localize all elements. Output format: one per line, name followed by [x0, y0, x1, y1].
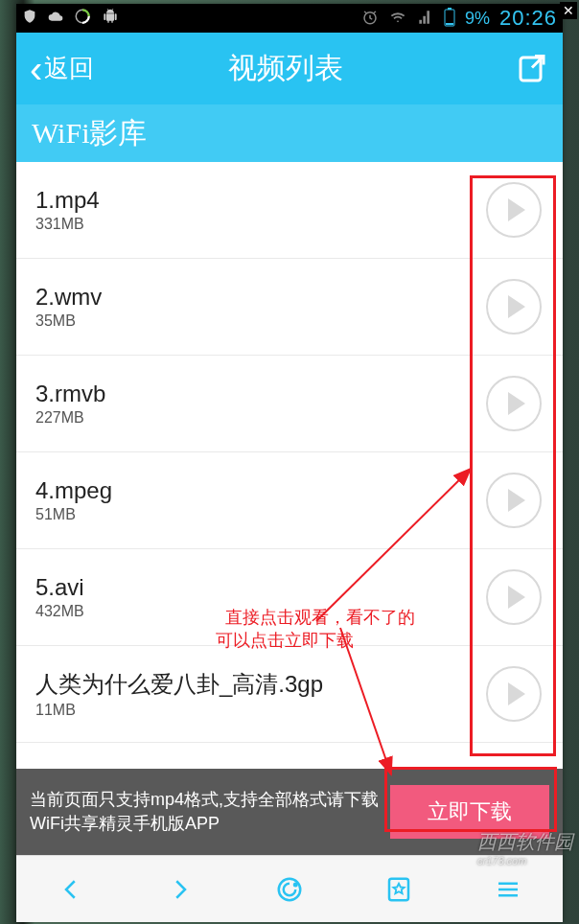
- download-message: 当前页面只支持mp4格式,支持全部格式请下载WiFi共享精灵手机版APP: [30, 788, 390, 836]
- browser-back-button[interactable]: [52, 870, 90, 909]
- watermark: 西西软件园 cr173.com: [477, 829, 573, 866]
- play-icon[interactable]: [486, 666, 542, 722]
- swirl-icon: [74, 8, 91, 29]
- share-icon: [515, 52, 549, 86]
- browser-bookmark-button[interactable]: [380, 870, 418, 909]
- file-size: 331MB: [35, 216, 486, 233]
- svg-point-6: [279, 878, 301, 900]
- chevron-left-icon: ‹: [30, 50, 42, 88]
- list-item[interactable]: 5.avi 432MB: [16, 549, 563, 646]
- file-name: 人类为什么爱八卦_高清.3gp: [35, 669, 486, 700]
- file-name: 2.wmv: [35, 284, 486, 311]
- file-name: 3.rmvb: [35, 381, 486, 407]
- play-icon[interactable]: [486, 473, 542, 528]
- file-size: 432MB: [35, 603, 486, 620]
- cloud-icon: [47, 9, 64, 28]
- share-button[interactable]: [515, 52, 549, 86]
- file-name: 5.avi: [35, 574, 486, 601]
- file-name: 4.mpeg: [35, 477, 486, 504]
- signal-icon: [417, 10, 434, 28]
- section-header: WiFi影库: [16, 104, 563, 162]
- list-item[interactable]: 1.mp4 331MB: [16, 162, 563, 259]
- file-size: 51MB: [35, 506, 486, 523]
- close-icon[interactable]: ✕: [560, 2, 577, 19]
- title-bar: ‹ 返回 视频列表: [16, 33, 563, 104]
- svg-rect-4: [446, 23, 453, 25]
- list-item[interactable]: 人类为什么爱八卦_高清.3gp 11MB: [16, 646, 563, 743]
- phone-screenshot: 9% 20:26 ‹ 返回 视频列表 WiFi影库 1.mp4 331MB: [16, 4, 563, 922]
- list-item[interactable]: 3.rmvb 227MB: [16, 356, 563, 452]
- file-size: 11MB: [35, 702, 486, 719]
- play-icon[interactable]: [486, 376, 542, 431]
- play-icon[interactable]: [486, 182, 542, 238]
- status-clock: 20:26: [499, 6, 557, 31]
- battery-percentage: 9%: [465, 9, 490, 29]
- browser-forward-button[interactable]: [161, 870, 199, 909]
- play-icon[interactable]: [486, 279, 542, 335]
- svg-point-7: [293, 882, 298, 887]
- shield-icon: [22, 9, 37, 28]
- file-name: 1.mp4: [35, 187, 486, 214]
- battery-icon: [444, 8, 455, 30]
- file-size: 35MB: [35, 312, 486, 330]
- alarm-icon: [361, 9, 379, 29]
- list-item[interactable]: 2.wmv 35MB: [16, 259, 563, 356]
- file-size: 227MB: [35, 409, 486, 427]
- browser-home-button[interactable]: [270, 870, 309, 909]
- android-icon: [101, 9, 120, 28]
- list-item[interactable]: 4.mpeg 51MB: [16, 452, 563, 549]
- browser-menu-button[interactable]: [489, 870, 527, 909]
- video-list: 1.mp4 331MB 2.wmv 35MB 3.rmvb 227MB 4.mp…: [16, 162, 563, 769]
- wifi-icon: [388, 10, 407, 28]
- status-bar: 9% 20:26: [16, 4, 563, 33]
- svg-rect-3: [448, 8, 452, 10]
- play-icon[interactable]: [486, 569, 542, 625]
- page-title: 视频列表: [56, 49, 515, 88]
